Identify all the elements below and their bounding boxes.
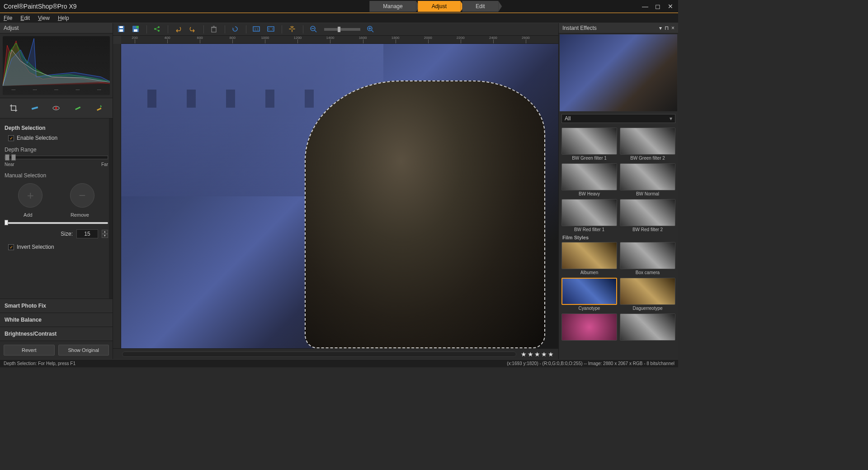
show-original-button[interactable]: Show Original <box>58 345 109 356</box>
effect-preview <box>560 34 677 111</box>
effects-category-dropdown[interactable]: All <box>561 114 675 123</box>
star-icon[interactable]: ★ <box>521 351 527 358</box>
effect-item[interactable]: Cyanotype <box>561 278 617 311</box>
star-icon[interactable]: ★ <box>534 351 540 358</box>
menubar: File Edit View Help <box>0 13 678 23</box>
adjust-scrollbar[interactable] <box>109 119 113 299</box>
size-up[interactable]: ▴ <box>102 230 108 234</box>
invert-selection-checkbox[interactable]: ✓ <box>8 244 14 250</box>
share-icon[interactable] <box>153 25 161 33</box>
effect-thumb <box>620 242 675 269</box>
star-icon[interactable]: ★ <box>541 351 547 358</box>
svg-rect-0 <box>32 106 38 109</box>
ruler-vertical[interactable] <box>113 44 121 348</box>
minimize-button[interactable]: ― <box>641 2 649 10</box>
depth-range-label: Depth Range <box>5 147 108 153</box>
size-down[interactable]: ▾ <box>102 234 108 238</box>
star-icon[interactable]: ★ <box>528 351 533 358</box>
white-balance[interactable]: White Balance <box>0 313 113 327</box>
effect-label: Box camera <box>620 270 675 275</box>
mode-tab-manage[interactable]: Manage <box>369 1 416 12</box>
crop-icon[interactable] <box>8 103 19 114</box>
redeye-icon[interactable] <box>51 103 61 114</box>
zoom-out-icon[interactable] <box>310 25 318 33</box>
save-as-icon[interactable] <box>132 25 140 33</box>
menu-help[interactable]: Help <box>58 15 69 21</box>
effect-item[interactable]: Daguerreotype <box>620 278 675 311</box>
add-button[interactable]: + <box>18 183 42 208</box>
mode-tab-edit[interactable]: Edit <box>462 1 499 12</box>
star-icon[interactable]: ★ <box>548 351 554 358</box>
zoom-in-icon[interactable] <box>367 25 375 33</box>
menu-file[interactable]: File <box>4 15 12 21</box>
close-button[interactable]: ✕ <box>666 2 675 10</box>
effect-item[interactable] <box>561 313 617 342</box>
rotate-left-icon[interactable] <box>231 25 240 33</box>
effect-item[interactable]: BW Green filter 2 <box>620 128 675 161</box>
histo-legend-l: --- <box>75 87 80 92</box>
status-left: Depth Selection: For Help, press F1 <box>4 361 75 366</box>
makeover-icon[interactable] <box>72 103 83 114</box>
close-panel-icon[interactable]: × <box>671 25 675 31</box>
effect-thumb <box>620 199 675 226</box>
zoom-slider[interactable] <box>324 28 360 31</box>
remove-button[interactable]: − <box>70 183 94 208</box>
menu-view[interactable]: View <box>38 15 50 21</box>
canvas-area: 1:1 200400600800100012001400160018002000… <box>113 23 558 359</box>
svg-rect-9 <box>134 29 137 32</box>
status-right: (x:1693 y:1820) - (R:0,G:0,B:0,O:255) --… <box>507 361 675 366</box>
effect-item[interactable] <box>620 313 675 342</box>
pin-icon[interactable]: ⊓ <box>665 25 669 31</box>
size-input[interactable]: 15 <box>76 229 98 238</box>
invert-selection-label: Invert Selection <box>17 244 54 250</box>
histo-legend-g: --- <box>33 87 37 92</box>
depth-range-slider[interactable] <box>5 156 108 159</box>
statusbar: Depth Selection: For Help, press F1 (x:1… <box>0 359 678 367</box>
effect-item[interactable]: BW Heavy <box>561 163 617 196</box>
effect-item[interactable]: BW Normal <box>620 163 675 196</box>
effect-item[interactable]: Box camera <box>620 242 675 275</box>
effect-item[interactable]: Albumen <box>561 242 617 275</box>
save-icon[interactable] <box>118 25 126 33</box>
menu-edit[interactable]: Edit <box>20 15 30 21</box>
clone-icon[interactable] <box>94 103 104 114</box>
size-label: Size: <box>61 231 73 237</box>
straighten-icon[interactable] <box>29 103 40 114</box>
main-toolbar: 1:1 <box>113 23 558 36</box>
redo-icon[interactable] <box>189 25 197 33</box>
horizontal-scrollbar[interactable] <box>122 351 516 357</box>
smart-photo-fix[interactable]: Smart Photo Fix <box>0 299 113 313</box>
effect-item[interactable]: BW Red filter 1 <box>561 199 617 232</box>
effect-thumb <box>561 128 617 155</box>
svg-rect-3 <box>75 107 80 110</box>
adjust-panel-title: Adjust <box>0 23 113 33</box>
svg-rect-6 <box>119 29 123 32</box>
fit-icon[interactable]: 1:1 <box>253 25 261 33</box>
effect-thumb <box>561 313 617 341</box>
effect-thumb <box>561 242 617 269</box>
fit-window-icon[interactable] <box>267 25 275 33</box>
rating-stars[interactable]: ★ ★ ★ ★ ★ <box>521 351 554 358</box>
pan-icon[interactable] <box>288 25 297 33</box>
enable-selection-checkbox[interactable]: ✓ <box>8 135 14 141</box>
mode-tab-adjust[interactable]: Adjust <box>418 1 460 12</box>
undo-icon[interactable] <box>175 25 183 33</box>
viewport[interactable] <box>121 44 558 348</box>
effect-item[interactable]: BW Green filter 1 <box>561 128 617 161</box>
effect-item[interactable]: BW Red filter 2 <box>620 199 675 232</box>
near-label: Near <box>5 162 14 167</box>
brightness-contrast[interactable]: Brightness/Contrast <box>0 327 113 341</box>
effect-thumb <box>620 128 675 155</box>
adjust-panel: Adjust --- --- --- --- --- De <box>0 23 113 359</box>
effect-thumb <box>620 313 675 341</box>
effect-label: BW Normal <box>620 191 675 196</box>
ruler-horizontal[interactable]: 2004006008001000120014001600180020002200… <box>121 36 558 44</box>
maximize-button[interactable]: ◻ <box>654 2 662 10</box>
panel-menu-icon[interactable]: ▾ <box>659 25 662 31</box>
delete-icon[interactable] <box>210 25 218 33</box>
effect-label: BW Green filter 2 <box>620 156 675 161</box>
revert-button[interactable]: Revert <box>4 345 55 356</box>
canvas-footer: ★ ★ ★ ★ ★ <box>113 348 558 359</box>
brush-slider[interactable] <box>5 222 108 224</box>
histogram[interactable]: --- --- --- --- --- <box>3 36 110 95</box>
